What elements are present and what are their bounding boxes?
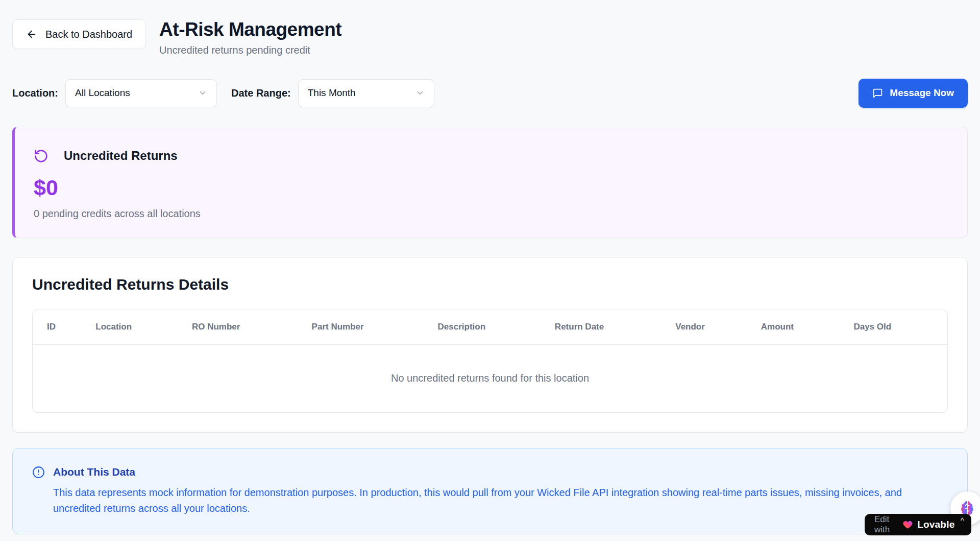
about-card-body: This data represents mock information fo… <box>53 485 942 516</box>
about-card-header: About This Data <box>32 466 942 479</box>
empty-state-message: No uncredited returns found for this loc… <box>33 345 947 412</box>
message-square-icon <box>872 88 883 99</box>
page-title: At-Risk Management <box>159 19 341 40</box>
back-button-label: Back to Dashboard <box>45 29 132 40</box>
arrow-left-icon <box>26 29 37 40</box>
alert-circle-icon <box>32 466 45 479</box>
column-header-description: Description <box>438 322 555 332</box>
location-filter-label: Location: <box>12 87 58 99</box>
location-select[interactable]: All Locations <box>65 79 217 107</box>
column-header-return-date: Return Date <box>555 322 675 332</box>
column-header-id: ID <box>47 322 95 332</box>
date-range-select-value: This Month <box>308 87 356 99</box>
summary-card-title: Uncredited Returns <box>64 149 178 163</box>
location-select-value: All Locations <box>75 87 130 99</box>
summary-caption: 0 pending credits across all locations <box>34 208 948 220</box>
about-card-title: About This Data <box>53 466 135 478</box>
title-block: At-Risk Management Uncredited returns pe… <box>159 19 341 56</box>
uncredited-returns-details-card: Uncredited Returns Details ID Location R… <box>12 257 968 433</box>
uncredited-returns-summary-card: Uncredited Returns $0 0 pending credits … <box>12 127 968 238</box>
edit-with-label: Edit with <box>874 514 898 535</box>
message-now-label: Message Now <box>890 87 954 99</box>
details-card-title: Uncredited Returns Details <box>32 276 948 293</box>
summary-card-header: Uncredited Returns <box>34 149 948 163</box>
filters-row: Location: All Locations Date Range: This… <box>12 79 968 108</box>
returns-table-header-row: ID Location RO Number Part Number Descri… <box>33 310 947 345</box>
about-this-data-card: About This Data This data represents moc… <box>12 448 968 534</box>
column-header-amount: Amount <box>761 322 854 332</box>
chevron-down-icon <box>415 88 425 98</box>
page-subtitle: Uncredited returns pending credit <box>159 44 341 56</box>
lovable-brand-label: Lovable <box>917 519 954 530</box>
date-range-select[interactable]: This Month <box>298 79 434 107</box>
edit-with-lovable-badge[interactable]: Edit with Lovable ^ <box>865 514 971 535</box>
heart-icon <box>903 520 913 530</box>
message-now-button[interactable]: Message Now <box>859 79 968 108</box>
page-header: Back to Dashboard At-Risk Management Unc… <box>12 19 968 56</box>
column-header-days-old: Days Old <box>854 322 892 332</box>
column-header-ro-number: RO Number <box>192 322 312 332</box>
rotate-ccw-icon <box>34 149 48 163</box>
summary-amount: $0 <box>34 175 948 200</box>
column-header-part-number: Part Number <box>312 322 438 332</box>
back-to-dashboard-button[interactable]: Back to Dashboard <box>12 19 146 49</box>
column-header-vendor: Vendor <box>675 322 761 332</box>
date-range-filter-label: Date Range: <box>231 87 291 99</box>
chevron-up-icon: ^ <box>960 516 964 523</box>
returns-table: ID Location RO Number Part Number Descri… <box>32 310 948 413</box>
page: Back to Dashboard At-Risk Management Unc… <box>0 0 980 534</box>
column-header-location: Location <box>95 322 192 332</box>
chevron-down-icon <box>198 88 207 98</box>
